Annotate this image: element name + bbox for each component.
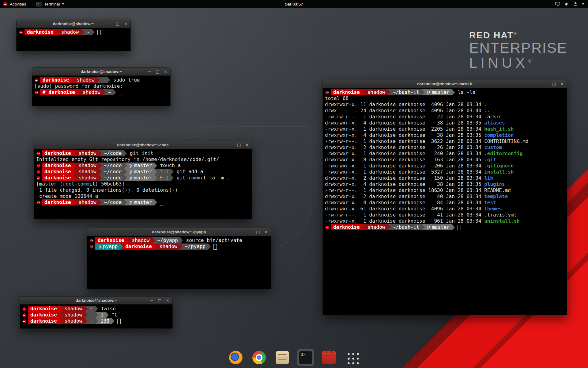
output-text: drwx------. 24 darknoise darknoise 4096 … — [325, 108, 484, 113]
minimize-button[interactable]: − — [248, 230, 252, 234]
window-titlebar[interactable]: darknoise@shadow:~ − □ × — [32, 67, 171, 76]
window-titlebar[interactable]: darknoise@shadow:~/code − □ × — [34, 141, 252, 149]
terminal-body[interactable]: darknoiseshadow~/pyapp source bin/activa… — [87, 236, 271, 289]
user-segment: darknoise — [42, 199, 74, 205]
output-text: -rwxrwxr-x. 1 darknoise darknoise 5327 J… — [325, 169, 484, 175]
terminal-line: drwxrwxr-x. 11 darknoise darknoise 4096 … — [325, 102, 565, 108]
maximize-button[interactable]: □ — [115, 22, 120, 26]
terminal-body[interactable]: darknoiseshadow~ falsedarknoiseshadow~1 … — [20, 305, 173, 329]
close-button[interactable]: × — [560, 82, 564, 86]
close-button[interactable]: × — [165, 298, 170, 302]
host-segment: shadow — [59, 29, 81, 35]
host-segment: shadow — [365, 224, 388, 230]
maximize-button[interactable]: □ — [155, 70, 160, 74]
powerline-arrow — [99, 175, 102, 181]
close-button[interactable]: × — [123, 22, 128, 26]
powerline-arrow — [74, 199, 76, 205]
minimize-button[interactable]: − — [229, 143, 233, 147]
output-text: . — [484, 102, 487, 107]
minimize-button[interactable]: − — [149, 298, 154, 302]
host-segment: shadow — [62, 312, 85, 318]
window-titlebar[interactable]: darknoise@shadow:~/pyapp − □ × — [87, 228, 271, 236]
terminal-window-home-exit: darknoise@shadow:~ − □ × darknoiseshadow… — [20, 296, 173, 329]
window-titlebar[interactable]: darknoise@shadow:~ − □ × — [20, 296, 173, 305]
powerline-arrow — [112, 318, 115, 324]
powerline-arrow — [107, 77, 110, 83]
output-text: -rwxrwxr-x. 1 darknoise darknoise 961 Ja… — [325, 218, 484, 224]
terminal-body[interactable]: darknoiseshadow~/bash-itmaster ls -latot… — [322, 88, 567, 315]
registered-mark: ® — [514, 31, 517, 36]
host-segment: shadow — [62, 318, 85, 324]
powerline-arrow — [154, 199, 157, 205]
terminal-line: drwxrwxr-x. 4 darknoise darknoise 38 Jan… — [325, 181, 565, 187]
terminal-line: total 68 — [325, 95, 565, 102]
output-text: 1 file changed, 0 insertions(+), 0 delet… — [36, 187, 178, 193]
output-text: -rwxrwxr-x. 1 darknoise darknoise 206 Ja… — [325, 163, 484, 169]
host-segment: shadow — [76, 163, 99, 169]
powerline-arrow — [99, 169, 102, 175]
close-button[interactable]: × — [163, 70, 168, 74]
path-segment: ~ — [88, 306, 96, 312]
user-segment: darknoise — [42, 150, 74, 156]
redhat-icon — [36, 151, 40, 155]
dock-item-app-grid[interactable] — [344, 349, 361, 366]
window-controls: − □ × — [147, 68, 168, 75]
powerline-arrow — [208, 243, 211, 250]
terminal-body[interactable]: darknoiseshadow~/code git initInitialize… — [34, 149, 252, 219]
maximize-button[interactable]: □ — [237, 143, 241, 147]
display-icon[interactable] — [555, 2, 560, 6]
branch-segment: master — [424, 89, 452, 95]
terminal-icon — [299, 351, 312, 364]
terminal-cursor — [213, 244, 217, 250]
clock[interactable]: Sat 03:57 — [285, 2, 303, 6]
minimize-button[interactable]: − — [107, 22, 112, 26]
terminal-body[interactable]: darknoiseshadow~ sudo true[sudo] passwor… — [32, 76, 171, 106]
dock-item-file-manager[interactable] — [274, 349, 291, 366]
maximize-button[interactable]: □ — [552, 82, 556, 86]
powerline-arrow — [56, 29, 59, 35]
activities-button[interactable]: Activities — [0, 0, 29, 8]
minimize-button[interactable]: − — [544, 82, 548, 86]
terminal-body[interactable]: darknoiseshadow~ — [16, 28, 131, 51]
close-button[interactable]: × — [264, 230, 268, 234]
path-segment: ~ — [88, 312, 96, 318]
powerline-arrow — [180, 243, 183, 250]
powerline-arrow — [77, 89, 80, 95]
powerline-arrow — [85, 312, 88, 318]
terminal-line: drwxrwxr-x. 4 darknoise darknoise 38 Jan… — [325, 120, 565, 126]
powerline-arrow — [99, 163, 102, 169]
chevron-down-icon[interactable] — [582, 3, 584, 5]
terminal-line: -rwxrwxr-x. 1 darknoise darknoise 2205 J… — [325, 126, 565, 132]
dock-item-terminal[interactable] — [297, 349, 314, 366]
path-segment: ~ — [84, 29, 92, 35]
app-menu-label: Terminal — [44, 2, 60, 6]
terminal-line: drwxrwxr-x. 8 darknoise darknoise 163 Ja… — [325, 157, 565, 163]
close-button[interactable]: × — [245, 143, 249, 147]
powerline-arrow — [72, 77, 74, 83]
command-text: ls -la — [455, 89, 475, 95]
power-icon[interactable] — [573, 2, 578, 6]
powerline-arrow — [120, 243, 123, 250]
dock-item-chrome[interactable] — [251, 349, 268, 366]
output-text: aliases — [484, 120, 505, 126]
system-status-area[interactable] — [555, 0, 588, 8]
window-titlebar[interactable]: darknoise@shadow:~ − □ × — [16, 20, 131, 28]
terminal-line: [sudo] password for darknoise: — [34, 83, 168, 89]
user-segment: darknoise — [40, 77, 72, 83]
branding-enterprise: ENTERPRISE — [469, 40, 567, 56]
dock-item-toolbox[interactable] — [320, 349, 337, 366]
terminal-line: -rw-rw-r--. 1 darknoise darknoise 22 Jan… — [325, 114, 565, 120]
redhat-logo-icon — [3, 2, 8, 6]
powerline-arrow — [388, 224, 390, 230]
window-title: darknoise@shadow:~/bash-it — [417, 82, 473, 86]
terminal-window-home-1: darknoise@shadow:~ − □ × darknoiseshadow… — [16, 20, 131, 51]
host-segment: shadow — [365, 89, 388, 95]
maximize-button[interactable]: □ — [157, 298, 162, 302]
volume-icon[interactable] — [564, 2, 569, 6]
window-titlebar[interactable]: darknoise@shadow:~/bash-it − □ × — [322, 80, 567, 88]
terminal-line: darknoiseshadow~/codemaster touch a — [36, 163, 250, 169]
dock-item-firefox[interactable] — [227, 349, 244, 366]
minimize-button[interactable]: − — [147, 70, 152, 74]
app-menu-terminal[interactable]: Terminal — [33, 0, 67, 8]
maximize-button[interactable]: □ — [256, 230, 260, 234]
